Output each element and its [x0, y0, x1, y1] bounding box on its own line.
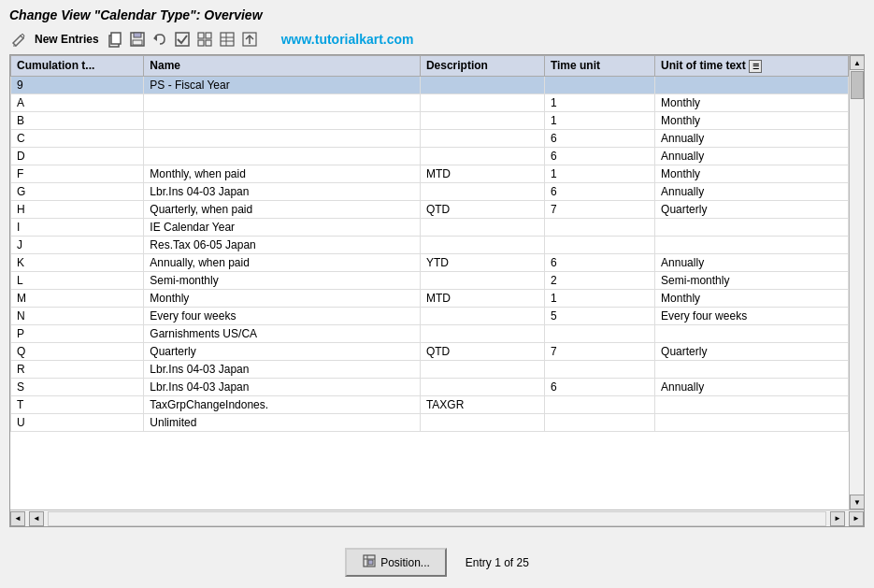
table-row[interactable]: FMonthly, when paidMTD1Monthly	[11, 165, 849, 182]
table-row[interactable]: UUnlimited	[11, 413, 849, 431]
cell-name: IE Calendar Year	[144, 218, 421, 236]
cell-time_text: Every four weeks	[655, 307, 849, 324]
grid-icon[interactable]	[195, 30, 214, 49]
cell-time_unit: 1	[544, 93, 654, 111]
cell-cumulation: S	[11, 378, 144, 395]
col-header-name: Name	[144, 56, 421, 77]
cell-name: Lbr.Ins 04-03 Japan	[144, 378, 421, 395]
new-entries-button[interactable]: New Entries	[32, 32, 102, 47]
cell-time_text	[655, 76, 849, 93]
cell-name	[144, 111, 421, 129]
cell-name: Monthly	[144, 289, 421, 307]
table-row[interactable]: HQuarterly, when paidQTD7Quarterly	[11, 200, 849, 218]
cell-cumulation: L	[11, 271, 144, 289]
cell-name: Semi-monthly	[144, 271, 421, 289]
cell-description	[420, 111, 544, 129]
cell-time_unit	[544, 324, 654, 342]
svg-rect-2	[111, 33, 121, 44]
cell-description	[420, 76, 544, 93]
horizontal-scrollbar[interactable]: ◄ ◄ ► ►	[10, 509, 864, 526]
cell-name: Monthly, when paid	[144, 165, 421, 182]
scroll-down-button[interactable]: ▼	[850, 495, 864, 509]
svg-rect-4	[134, 33, 141, 37]
table-row[interactable]: JRes.Tax 06-05 Japan	[11, 236, 849, 253]
table-row[interactable]: SLbr.Ins 04-03 Japan6Annually	[11, 378, 849, 395]
col-header-time-text: Unit of time text ☰	[655, 56, 849, 77]
table-row[interactable]: PGarnishments US/CA	[11, 324, 849, 342]
table-row[interactable]: B1Monthly	[11, 111, 849, 129]
cell-cumulation: C	[11, 129, 144, 147]
cell-description: TAXGR	[420, 395, 544, 413]
cell-name	[144, 147, 421, 165]
cell-name: Every four weeks	[144, 307, 421, 324]
table-row[interactable]: NEvery four weeks5Every four weeks	[11, 307, 849, 324]
table-row[interactable]: C6Annually	[11, 129, 849, 147]
table-row[interactable]: TTaxGrpChangeIndones.TAXGR	[11, 395, 849, 413]
position-button[interactable]: Position...	[345, 548, 447, 577]
cell-description	[420, 378, 544, 395]
table-scroll-wrapper[interactable]: Cumulation t... Name Description Time un…	[10, 55, 849, 509]
table-icon[interactable]	[218, 30, 236, 49]
scroll-left-button[interactable]: ◄	[10, 511, 25, 526]
page-right-button[interactable]: ►	[830, 511, 845, 526]
check-icon[interactable]	[173, 30, 192, 49]
svg-rect-11	[206, 40, 211, 46]
table-row[interactable]: MMonthlyMTD1Monthly	[11, 289, 849, 307]
cell-time_text	[655, 413, 849, 431]
content-area: Cumulation t... Name Description Time un…	[0, 54, 874, 537]
data-table-container: Cumulation t... Name Description Time un…	[9, 54, 865, 527]
cell-cumulation: K	[11, 253, 144, 271]
data-table: Cumulation t... Name Description Time un…	[10, 55, 849, 432]
h-scroll-track[interactable]	[48, 511, 826, 526]
position-button-label: Position...	[380, 556, 430, 569]
new-entries-label: New Entries	[35, 33, 99, 46]
table-row[interactable]: KAnnually, when paidYTD6Annually	[11, 253, 849, 271]
scroll-right-button[interactable]: ►	[849, 511, 864, 526]
cell-time_text: Monthly	[655, 165, 849, 182]
cell-cumulation: J	[11, 236, 144, 253]
cell-time_text: Monthly	[655, 111, 849, 129]
table-row[interactable]: IIE Calendar Year	[11, 218, 849, 236]
vertical-scrollbar[interactable]: ▲ ▼	[849, 55, 864, 509]
cell-cumulation: A	[11, 93, 144, 111]
edit-icon	[9, 30, 28, 49]
cell-cumulation: N	[11, 307, 144, 324]
copy-icon[interactable]	[106, 30, 124, 49]
bottom-bar: Position... Entry 1 of 25	[0, 537, 874, 588]
cell-time_text: Annually	[655, 378, 849, 395]
table-row[interactable]: QQuarterlyQTD7Quarterly	[11, 342, 849, 360]
cell-time_text	[655, 360, 849, 378]
cell-time_unit	[544, 236, 654, 253]
cell-description	[420, 413, 544, 431]
table-row[interactable]: LSemi-monthly2Semi-monthly	[11, 271, 849, 289]
svg-rect-8	[198, 33, 204, 38]
cell-time_text: Annually	[655, 253, 849, 271]
cell-time_unit: 1	[544, 111, 654, 129]
svg-rect-12	[221, 33, 234, 46]
scroll-up-button[interactable]: ▲	[850, 55, 864, 70]
export-icon[interactable]	[240, 30, 259, 49]
cell-description: QTD	[420, 342, 544, 360]
svg-rect-21	[368, 560, 373, 565]
cell-time_unit	[544, 395, 654, 413]
cell-time_unit	[544, 413, 654, 431]
cell-time_unit: 5	[544, 307, 654, 324]
save-icon[interactable]	[128, 30, 147, 49]
page-left-button[interactable]: ◄	[29, 511, 44, 526]
table-row[interactable]: A1Monthly	[11, 93, 849, 111]
table-row[interactable]: 9PS - Fiscal Year	[11, 76, 849, 93]
cell-time_unit	[544, 76, 654, 93]
cell-time_text: Quarterly	[655, 200, 849, 218]
undo-icon[interactable]	[150, 30, 169, 49]
cell-description	[420, 218, 544, 236]
scroll-thumb[interactable]	[851, 71, 864, 99]
table-row[interactable]: RLbr.Ins 04-03 Japan	[11, 360, 849, 378]
table-row[interactable]: D6Annually	[11, 147, 849, 165]
cell-time_text: Annually	[655, 147, 849, 165]
scroll-track[interactable]	[850, 70, 864, 495]
cell-description: YTD	[420, 253, 544, 271]
cell-time_text: Annually	[655, 129, 849, 147]
column-settings-icon[interactable]: ☰	[749, 60, 762, 73]
table-row[interactable]: GLbr.Ins 04-03 Japan6Annually	[11, 182, 849, 200]
title-bar: Change View "Calendar Type": Overview	[0, 0, 874, 26]
